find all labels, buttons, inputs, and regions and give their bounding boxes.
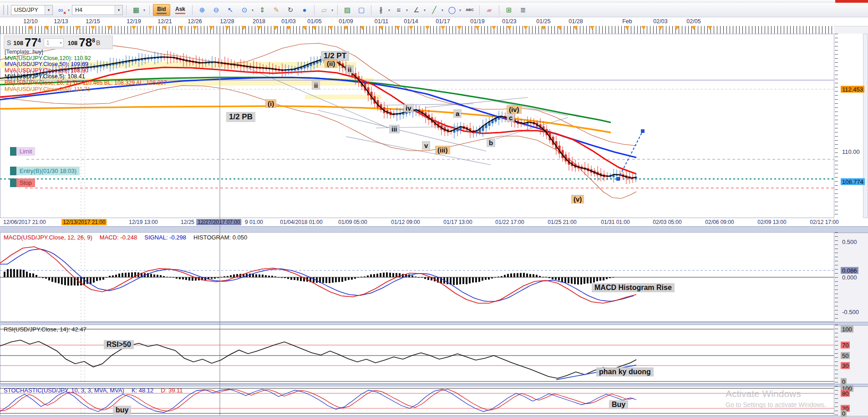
ask-pipette: 8 bbox=[92, 37, 95, 44]
axis-value-label: 0 bbox=[841, 378, 847, 385]
annotation-label: b bbox=[487, 139, 495, 147]
annotation-label: (v) bbox=[572, 195, 584, 203]
annotation-label: ii bbox=[312, 81, 320, 89]
panel-header: MACD(USD/JPY.Close, 12, 26, 9)MACD: -0.2… bbox=[4, 234, 254, 241]
annotation-label: (ii) bbox=[325, 60, 337, 67]
axis-value-label: 112.453 bbox=[841, 86, 864, 93]
bid-prefix: 108 bbox=[13, 40, 23, 46]
axis-value-label: 0.086 bbox=[841, 267, 858, 274]
annotation-label: ii bbox=[346, 66, 353, 73]
legend-line: BB(USD/JPY.Close, 20, 2) TL: 110.465 BL:… bbox=[5, 80, 167, 86]
axis-value-label: 80 bbox=[841, 390, 850, 397]
bid-pipette: 4 bbox=[38, 37, 41, 44]
annotation-label: 1/2 PT bbox=[321, 51, 349, 61]
entry-order-label[interactable]: Entry(B)(01/30 18:03) bbox=[10, 167, 80, 175]
axis-value-label: 70 bbox=[841, 342, 850, 349]
annotation-label: phan ky duong bbox=[596, 367, 654, 376]
annotation-label: buy bbox=[113, 406, 131, 415]
ask-price-big: 78 bbox=[79, 37, 92, 48]
axis-value-label: 50 bbox=[841, 352, 850, 359]
panel-header: STOCHASTIC(USD/JPY, 10, 3, 3, MVA, MVA)K… bbox=[4, 387, 190, 394]
annotation-label: iii bbox=[390, 125, 399, 133]
annotation-label: a bbox=[454, 110, 461, 117]
chevron-down-icon: ▾ bbox=[60, 41, 63, 45]
order-handle-icon[interactable] bbox=[10, 147, 16, 156]
legend-line: [Template: huy] bbox=[5, 49, 167, 56]
axis-value-label: 0.500 bbox=[841, 239, 858, 245]
axis-value-label: 0 bbox=[841, 410, 847, 417]
legend-line: MVA(USD/JPY.Close,50): 109.69 bbox=[5, 61, 167, 68]
axis-value-label: 108.774 bbox=[841, 178, 865, 185]
annotation-label: (i) bbox=[266, 100, 276, 107]
annotation-label: iv bbox=[404, 104, 413, 112]
indicator-legend: [Template: huy]MVA(USD/JPY.Close,120): 1… bbox=[5, 49, 167, 92]
axis-value-label: 30 bbox=[841, 362, 850, 369]
sell-side-label: S bbox=[7, 39, 11, 46]
order-handle-icon[interactable] bbox=[10, 178, 16, 187]
legend-line: MVA(USD/JPY.Close,20): 108.90 bbox=[5, 68, 167, 74]
annotation-label: Buy bbox=[609, 400, 628, 409]
axis-value-label: 0.000 bbox=[841, 274, 858, 281]
order-handle-icon[interactable] bbox=[10, 167, 16, 175]
legend-line: MVA(USD/JPY.Close,5): 108.41 bbox=[5, 74, 167, 80]
axis-value-label: 110.00 bbox=[841, 148, 861, 155]
annotation-label: (iv) bbox=[507, 106, 521, 113]
annotation-label: RSI>50 bbox=[104, 340, 134, 349]
legend-line: MVA(USD/JPY.Close,120): 110.92 bbox=[5, 56, 167, 62]
trading-app-window: USD/JPY▾∞×▾H4▾▦▾BidAsk⊕⊖↖⊙▾⇕✎↻●▱▾▨▢∦▾≡▾∠… bbox=[0, 0, 868, 417]
amount-select[interactable]: 1▾ bbox=[44, 38, 64, 47]
annotation-label: c bbox=[507, 114, 514, 122]
bid-price-big: 77 bbox=[25, 37, 38, 48]
annotation-label: (iii) bbox=[436, 146, 450, 154]
panel-header: RSI(USD/JPY.Close, 14): 42.47 bbox=[4, 326, 94, 333]
quote-panel: S 108 77 4 1▾ 108 78 8 B bbox=[4, 36, 113, 49]
annotation-label: v bbox=[422, 142, 430, 149]
legend-line: MVA(USD/JPY.Close,200): 111.71 bbox=[5, 86, 167, 93]
axis-value-label: 100 bbox=[841, 326, 853, 333]
annotation-label: MACD Histogram Rise bbox=[592, 283, 675, 292]
stop-order-label[interactable]: Stop bbox=[10, 178, 35, 187]
buy-side-label: B bbox=[96, 39, 100, 46]
bottom-date-label: 12/27/2017 07:00 bbox=[196, 219, 241, 225]
annotation-label: 1/2 PB bbox=[227, 112, 255, 122]
axis-value-label: -0.500 bbox=[841, 309, 860, 315]
bottom-date-label: 12/13/2017 21:00 bbox=[61, 219, 107, 225]
ask-prefix: 108 bbox=[68, 40, 78, 46]
limit-order-label[interactable]: Limit bbox=[10, 147, 35, 156]
